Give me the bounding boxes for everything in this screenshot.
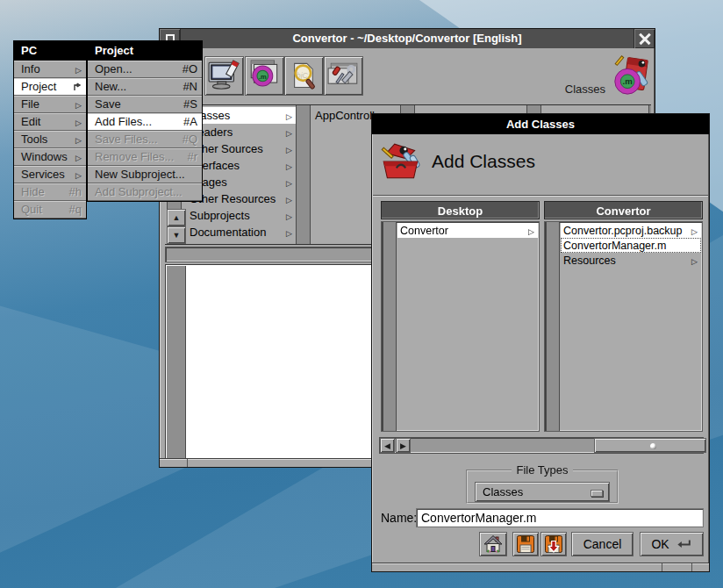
submenu-arrow-icon	[75, 62, 82, 75]
submenu-arrow-icon	[75, 168, 82, 181]
submenu-arrow-icon	[75, 115, 82, 128]
close-button[interactable]	[634, 29, 655, 48]
svg-text:.m: .m	[623, 76, 633, 86]
file-types-group: File Types Classes	[466, 463, 619, 504]
column-scroller[interactable]	[546, 222, 560, 431]
menu-item-info[interactable]: Info	[14, 61, 86, 78]
branch-arrow-icon	[286, 125, 292, 139]
browser-row[interactable]: Supporting Files	[186, 240, 296, 245]
submenu-open-arrow-icon	[73, 82, 82, 91]
column-header-convertor: Convertor	[544, 201, 703, 219]
ok-button[interactable]: OK	[640, 532, 704, 556]
file-row[interactable]: Convertor	[397, 223, 538, 238]
knob-dimple	[650, 443, 656, 449]
editor-vertical-scrollbar[interactable]	[167, 266, 186, 458]
file-row-selected[interactable]: ConvertorManager.m	[561, 238, 701, 253]
branch-arrow-icon	[286, 109, 292, 122]
file-column-desktop: Convertor	[381, 221, 540, 432]
branch-arrow-icon	[691, 225, 698, 237]
menu-item-add-files[interactable]: Add Files...#A	[88, 113, 202, 131]
branch-arrow-icon	[691, 255, 698, 267]
branch-arrow-icon	[286, 192, 292, 205]
build-icon	[208, 60, 240, 92]
menu-item-quit: Quit#q	[14, 201, 86, 219]
scroll-up-button[interactable]	[167, 209, 186, 226]
file-row[interactable]: Resources	[561, 253, 701, 268]
file-column-convertor: Convertor.pcproj.backup ConvertorManager…	[544, 221, 703, 432]
popup-indicator-icon	[591, 490, 603, 497]
menu-item-file[interactable]: File	[14, 96, 86, 113]
project-window-titlebar[interactable]: Convertor - ~/Desktop/Convertor [English…	[160, 29, 655, 48]
scroll-left-button[interactable]	[380, 438, 395, 453]
menu-item-project[interactable]: Project	[14, 78, 86, 96]
project-menu: Project Open...#O New...#N Save#S Add Fi…	[87, 40, 203, 202]
submenu-arrow-icon	[75, 133, 82, 146]
dialog-resize-bar[interactable]	[372, 563, 709, 571]
browser-row[interactable]: Subprojects	[186, 207, 296, 224]
cancel-button[interactable]: Cancel	[571, 532, 634, 556]
menu-item-services[interactable]: Services	[14, 166, 86, 183]
menu-item-add-subproject: Add Subproject...	[88, 183, 202, 201]
editor-button[interactable]: .m	[245, 56, 284, 96]
column2-scroller[interactable]	[296, 105, 311, 244]
column-header-desktop: Desktop	[381, 201, 540, 219]
file-row[interactable]: Convertor.pcproj.backup	[561, 223, 701, 238]
find-button[interactable]: bjC	[284, 56, 324, 96]
menu-item-edit[interactable]: Edit	[14, 113, 86, 131]
home-icon	[483, 534, 504, 555]
mount-button[interactable]	[540, 532, 567, 556]
menu-item-tools[interactable]: Tools	[14, 131, 86, 148]
classes-category-icon[interactable]: .m	[611, 54, 651, 99]
pc-menu: PC Info Project File Edit Tools Windows …	[13, 40, 87, 219]
name-label: Name:	[381, 511, 417, 525]
category-label: Classes	[546, 82, 605, 96]
branch-arrow-icon	[286, 159, 292, 172]
toolbox-icon	[379, 140, 423, 183]
svg-text:.m: .m	[259, 73, 267, 81]
dialog-titlebar[interactable]: Add Classes	[372, 114, 709, 134]
return-key-icon	[676, 539, 692, 550]
find-icon: bjC	[288, 60, 320, 92]
project-window-title: Convertor - ~/Desktop/Convertor [English…	[181, 29, 634, 48]
home-button[interactable]	[479, 532, 507, 556]
build-button[interactable]	[204, 56, 244, 96]
project-menu-title[interactable]: Project	[88, 41, 202, 61]
project-tools-button[interactable]	[324, 56, 363, 96]
submenu-arrow-icon	[75, 97, 82, 111]
floppy-download-icon	[543, 534, 564, 555]
browser-row[interactable]: Documentation	[186, 224, 296, 240]
column-scroller[interactable]	[383, 222, 397, 431]
separator	[373, 195, 708, 197]
menu-item-save-files: Save Files...#Q	[88, 131, 202, 148]
branch-arrow-icon	[286, 209, 292, 222]
dialog-heading: Add Classes	[432, 151, 535, 172]
menu-item-remove-files: Remove Files...#r	[88, 148, 202, 166]
close-icon	[639, 32, 651, 45]
menu-item-new-subproject[interactable]: New Subproject...	[88, 166, 202, 183]
menu-item-new[interactable]: New...#N	[88, 78, 202, 96]
disk-button[interactable]	[512, 532, 539, 556]
editor-icon: .m	[248, 60, 281, 92]
branch-arrow-icon	[286, 226, 292, 239]
pc-menu-title[interactable]: PC	[14, 41, 86, 61]
menu-item-hide: Hide#h	[14, 183, 86, 201]
scroll-right-button[interactable]	[396, 438, 411, 453]
dialog-horizontal-scrollbar[interactable]	[379, 437, 704, 454]
branch-arrow-icon	[286, 176, 292, 189]
tools-icon	[327, 60, 360, 92]
menu-item-open[interactable]: Open...#O	[88, 61, 202, 78]
branch-arrow-icon	[286, 242, 292, 245]
menu-item-save[interactable]: Save#S	[88, 96, 202, 113]
scrollbar-knob[interactable]	[594, 438, 706, 453]
branch-arrow-icon	[528, 225, 534, 237]
submenu-arrow-icon	[75, 150, 82, 163]
file-types-legend: File Types	[512, 463, 572, 477]
menu-item-windows[interactable]: Windows	[14, 148, 86, 166]
name-input[interactable]: ConvertorManager.m	[416, 508, 704, 527]
add-classes-dialog: Add Classes Add Classes Desktop Converto…	[371, 113, 710, 572]
scroll-down-button[interactable]	[167, 226, 186, 244]
branch-arrow-icon	[286, 142, 292, 155]
file-type-popup[interactable]: Classes	[475, 482, 610, 502]
floppy-icon	[515, 534, 536, 555]
